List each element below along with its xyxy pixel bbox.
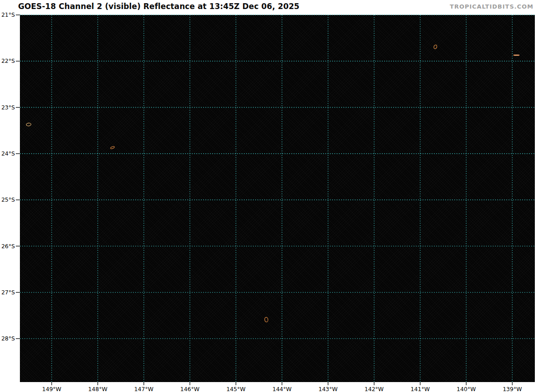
lon-tick-label: 149°W xyxy=(42,386,61,392)
lon-tick-label: 147°W xyxy=(134,386,153,392)
tropicaltidbits-watermark: TROPICALTIDBITS.COM xyxy=(450,3,533,10)
satellite-map-background xyxy=(20,15,535,382)
lat-tick-label: 26°S xyxy=(1,243,15,250)
lon-tick-label: 143°W xyxy=(319,386,338,392)
lon-tick-label: 140°W xyxy=(457,386,476,392)
lat-tick-label: 21°S xyxy=(1,11,15,18)
lat-tick-label: 22°S xyxy=(1,57,15,64)
lat-tick-label: 24°S xyxy=(1,150,15,157)
lon-tick-label: 141°W xyxy=(410,386,429,392)
lon-tick-label: 139°W xyxy=(503,386,522,392)
lon-tick-label: 142°W xyxy=(365,386,384,392)
lon-tick-label: 145°W xyxy=(226,386,245,392)
lat-tick-label: 23°S xyxy=(1,104,15,111)
lon-tick-label: 148°W xyxy=(88,386,107,392)
lon-tick-label: 146°W xyxy=(180,386,199,392)
lat-tick-label: 27°S xyxy=(1,289,15,296)
page-title: GOES-18 Channel 2 (visible) Reflectance … xyxy=(18,2,300,11)
lon-tick-label: 144°W xyxy=(272,386,291,392)
lat-tick-label: 28°S xyxy=(1,335,15,342)
lat-tick-label: 25°S xyxy=(1,196,15,203)
